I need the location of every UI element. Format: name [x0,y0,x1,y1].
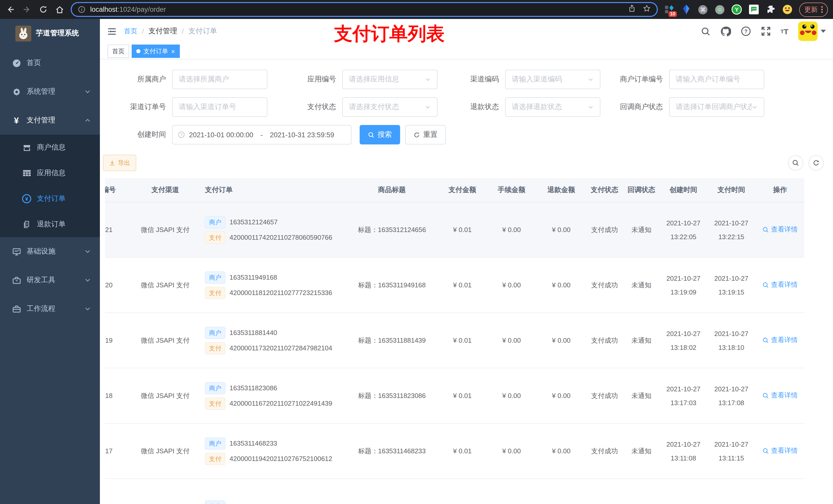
y-badge-icon[interactable]: Y [732,4,742,15]
app-select[interactable]: 请选择应用信息 [342,70,437,89]
record-dot-icon[interactable] [715,4,725,15]
tab-home[interactable]: 首页 [108,45,129,58]
page: localhost:1024/pay/order 10 ⌘ [0,0,833,504]
forward-icon[interactable] [22,4,32,15]
sidebar-item-workflow[interactable]: 工作流程 [0,294,100,323]
close-icon[interactable]: × [171,48,175,54]
search-icon[interactable] [700,26,710,36]
clock-icon [178,131,185,138]
filter-label: 回调商户状态 [600,102,669,112]
help-icon[interactable]: ? [740,26,751,37]
channel-code-select[interactable]: 请输入渠道编码 [505,70,600,89]
emoji-profile-icon[interactable] [782,4,792,15]
sidebar-item-system[interactable]: 系统管理 [0,77,100,106]
reset-button[interactable]: 重置 [405,125,446,144]
pay-tag: 支付 [205,342,225,354]
filter-label: 渠道订单号 [103,102,172,112]
share-icon[interactable] [628,5,636,14]
view-detail-link[interactable]: 查看详情 [762,281,798,290]
gear-icon [10,87,23,96]
navbar: 首页 / 支付管理 / 支付订单 ? TT [100,19,833,44]
sidebar-item-dev-tools[interactable]: 研发工具 [0,266,100,294]
view-detail-link[interactable]: 查看详情 [762,391,798,400]
svg-text:¥: ¥ [25,196,28,202]
extension-grid-icon[interactable]: 10 [664,4,674,15]
sidebar-item-pay[interactable]: ¥ 支付管理 [0,106,100,135]
table-toolbar: 导出 [103,155,833,171]
yen-circle-icon: ¥ [21,194,33,203]
merchant-order-no-input[interactable]: 请输入商户订单编号 [669,70,764,89]
table-row: 商户1635311351796 [105,479,804,504]
font-size-icon[interactable]: TT [781,27,788,35]
dashboard-icon [10,58,23,67]
chat-icon[interactable] [748,4,759,15]
table-row: 19 微信 JSAPI 支付 商户1635311881440 支付4200001… [105,313,804,368]
update-label: 更新 [804,5,818,14]
filter-label: 应用编号 [267,75,342,84]
toolbox-icon [10,276,23,285]
orders-table: 编号 支付渠道 支付订单 商品标题 支付金额 手续金额 退款金额 支付状态 回调… [105,178,833,504]
table-row: 17 微信 JSAPI 支付 商户1635311468233 支付4200001… [105,423,804,479]
sidebar-item-app-info[interactable]: 应用信息 [0,160,100,186]
url-text[interactable]: localhost:1024/pay/order [90,6,623,13]
back-icon[interactable] [5,4,15,15]
yen-icon: ¥ [10,116,23,125]
view-detail-link[interactable]: 查看详情 [762,225,798,234]
pay-tag: 支付 [205,453,225,465]
search-button[interactable]: 搜索 [360,125,400,144]
puzzle-icon[interactable] [765,4,776,15]
reload-icon[interactable] [38,4,48,15]
chevron-up-icon [85,117,91,123]
fullscreen-icon[interactable] [761,26,771,37]
pay-tag: 支付 [205,231,225,243]
page-annotation: 支付订单列表 [334,22,445,47]
sidebar-item-pay-order[interactable]: ¥ 支付订单 [0,186,100,212]
refund-status-select[interactable]: 请选择退款状态 [505,97,600,117]
active-dot [136,49,140,53]
pay-status-select[interactable]: 请选择支付状态 [342,97,437,117]
sidebar-item-home[interactable]: 首页 [0,49,100,77]
command-icon[interactable]: ⌘ [698,4,708,15]
chevron-down-icon [425,104,431,110]
sidebar-logo[interactable]: 芋道管理系统 [0,19,100,45]
sidebar-item-infra[interactable]: 基础设施 [0,237,100,266]
filter-form: 所属商户 请选择所属商户 应用编号 请选择应用信息 渠道编码 请输入渠道编码 [100,59,833,144]
browser-menu-icon[interactable] [821,6,823,13]
merchant-tag: 商户 [205,271,225,284]
briefcase-icon [10,305,23,313]
star-icon[interactable] [643,5,651,14]
github-icon[interactable] [720,26,731,37]
merchant-tag: 商户 [205,437,225,450]
header-tools: ? TT [700,22,833,41]
sidebar: 芋道管理系统 首页 系统管理 ¥ 支付管理 [0,19,100,504]
filter-label: 支付状态 [267,102,342,112]
app-title: 芋道管理系统 [36,29,79,38]
avatar-image [798,22,818,41]
notify-status-select[interactable]: 请选择订单回调商户状态 [669,97,764,117]
svg-text:Y: Y [735,6,739,13]
info-icon[interactable] [78,6,86,13]
sidebar-toggle-icon[interactable] [100,26,124,36]
breadcrumb: 首页 / 支付管理 / 支付订单 [124,27,217,36]
date-range-input[interactable]: 2021-10-01 00:00:00 - 2021-10-31 23:59:5… [172,125,352,144]
tab-pay-order[interactable]: 支付订单 × [132,45,180,58]
sidebar-item-refund-order[interactable]: 退款订单 [0,212,100,237]
view-detail-link[interactable]: 查看详情 [762,447,798,456]
update-button[interactable]: 更新 [799,2,828,17]
sidebar-item-merchant-info[interactable]: 商户信息 [0,135,100,160]
export-button[interactable]: 导出 [103,155,136,171]
breadcrumb-pay-order: 支付订单 [189,27,217,36]
breadcrumb-home[interactable]: 首页 [124,27,137,36]
sidebar-submenu-pay: 商户信息 应用信息 ¥ 支付订单 [0,135,100,237]
kite-icon[interactable] [681,4,691,15]
table-row: 18 微信 JSAPI 支付 商户1635311823086 支付4200001… [105,368,804,423]
refresh-button[interactable] [808,155,824,171]
url-bar[interactable]: localhost:1024/pay/order [71,2,658,17]
merchant-select[interactable]: 请选择所属商户 [172,70,267,89]
table-row: 21 微信 JSAPI 支付 商户1635312124657 支付4200001… [105,202,804,257]
channel-order-no-input[interactable]: 请输入渠道订单号 [172,97,267,117]
view-detail-link[interactable]: 查看详情 [762,336,798,345]
show-search-button[interactable] [788,155,803,171]
home-icon[interactable] [54,4,65,15]
user-avatar[interactable] [798,22,826,41]
